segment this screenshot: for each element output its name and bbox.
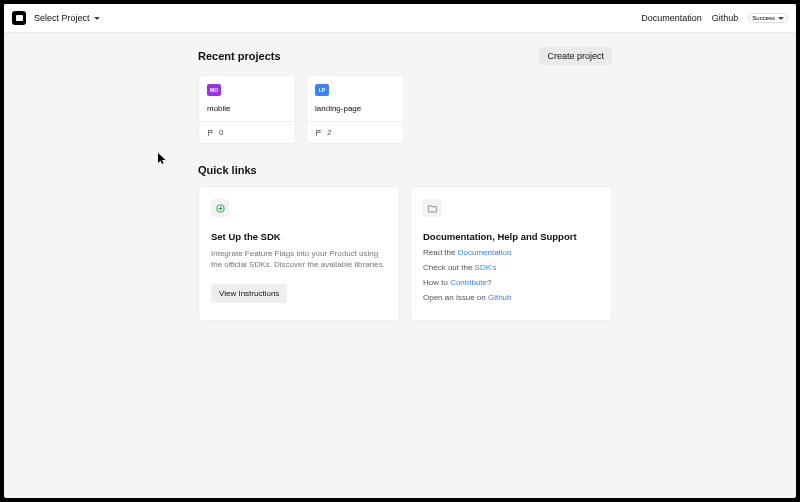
sdk-title: Set Up the SDK [211,231,387,242]
folder-icon [427,203,438,214]
documentation-link[interactable]: Documentation [458,248,512,257]
sdk-icon-box [211,199,229,217]
project-selector-label: Select Project [34,13,90,23]
create-project-button[interactable]: Create project [539,47,612,65]
nav-documentation[interactable]: Documentation [641,13,702,23]
project-card-top: MO mobile [199,76,295,121]
target-plus-icon [215,203,226,214]
line-prefix: Open an issue on [423,293,488,302]
project-name: landing-page [315,104,395,113]
sdk-card: Set Up the SDK Integrate Feature Flags i… [198,186,400,321]
nav-github[interactable]: Github [712,13,739,23]
projects-row: MO mobile 0 LP landing-page 2 [198,75,612,144]
docs-line-1: Read the Documentation [423,248,599,257]
quick-links-title: Quick links [198,164,257,176]
project-card-stats: 2 [307,121,403,143]
project-card-stats: 0 [199,121,295,143]
docs-title: Documentation, Help and Support [423,231,599,242]
app-logo[interactable] [12,11,26,25]
main-content: Recent projects Create project MO mobile… [4,33,796,498]
topbar-right: Documentation Github Success [641,13,788,23]
quicklinks-row: Set Up the SDK Integrate Feature Flags i… [198,186,612,321]
app-shell: Select Project Documentation Github Succ… [4,4,796,498]
docs-line-4: Open an issue on Github [423,293,599,302]
chevron-down-icon [94,17,100,20]
line-prefix: Check out the [423,263,475,272]
project-name: mobile [207,104,287,113]
project-card-mobile[interactable]: MO mobile 0 [198,75,296,144]
github-issue-link[interactable]: Github [488,293,512,302]
line-prefix: How to [423,278,450,287]
quick-links-header: Quick links [198,164,612,176]
topbar: Select Project Documentation Github Succ… [4,4,796,33]
project-card-top: LP landing-page [307,76,403,121]
flag-icon [315,129,323,137]
line-prefix: Read the [423,248,458,257]
project-card-landing-page[interactable]: LP landing-page 2 [306,75,404,144]
chevron-down-icon [778,17,784,20]
user-menu[interactable]: Success [748,13,788,23]
docs-line-3: How to Contribute? [423,278,599,287]
docs-icon-box [423,199,441,217]
sdk-description: Integrate Feature Flags into your Produc… [211,248,387,270]
contribute-link[interactable]: Contribute [450,278,487,287]
flag-icon [16,15,23,21]
project-badge: LP [315,84,329,96]
view-instructions-button[interactable]: View Instructions [211,284,287,303]
content-container: Recent projects Create project MO mobile… [198,47,612,321]
project-badge: MO [207,84,221,96]
project-selector[interactable]: Select Project [34,13,100,23]
line-suffix: ? [487,278,491,287]
sdks-link[interactable]: SDK's [475,263,497,272]
flag-count: 2 [327,128,331,137]
recent-projects-title: Recent projects [198,50,281,62]
flag-count: 0 [219,128,223,137]
docs-line-2: Check out the SDK's [423,263,599,272]
recent-projects-header: Recent projects Create project [198,47,612,65]
topbar-left: Select Project [12,11,100,25]
docs-card: Documentation, Help and Support Read the… [410,186,612,321]
user-label: Success [752,15,775,21]
flag-icon [207,129,215,137]
